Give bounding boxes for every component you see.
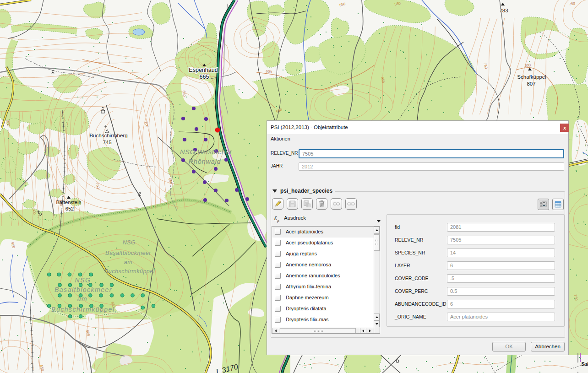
svg-text:Salk: Salk [581, 361, 588, 367]
svg-text:Basaltblockmeer: Basaltblockmeer [54, 286, 112, 293]
svg-text:am: am [124, 259, 132, 265]
svg-text:745: 745 [103, 140, 111, 145]
svg-text:Buchschirmküppel.: Buchschirmküppel. [51, 306, 117, 313]
svg-text:Schafküppel: Schafküppel [517, 74, 546, 80]
svg-text:652: 652 [65, 206, 74, 211]
svg-text:807: 807 [527, 81, 535, 86]
svg-text:Battenstein: Battenstein [56, 200, 81, 205]
svg-text:Espenhaud: Espenhaud [189, 67, 218, 73]
svg-text:800: 800 [524, 63, 531, 68]
svg-text:Basaltblockmeer: Basaltblockmeer [105, 250, 151, 256]
svg-text:Rhönwald: Rhönwald [189, 158, 221, 165]
svg-text:Buchschirmküppel: Buchschirmküppel [104, 268, 155, 275]
svg-text:783: 783 [499, 8, 508, 13]
svg-text:NSG Westlicher: NSG Westlicher [180, 148, 232, 156]
svg-text:665: 665 [200, 74, 209, 80]
svg-text:650: 650 [182, 90, 186, 97]
svg-text:650: 650 [381, 76, 385, 83]
svg-text:NSG: NSG [75, 276, 91, 284]
svg-text:NSG: NSG [123, 239, 136, 246]
svg-text:Buchschirmberg: Buchschirmberg [89, 133, 127, 138]
svg-text:am: am [77, 295, 87, 303]
